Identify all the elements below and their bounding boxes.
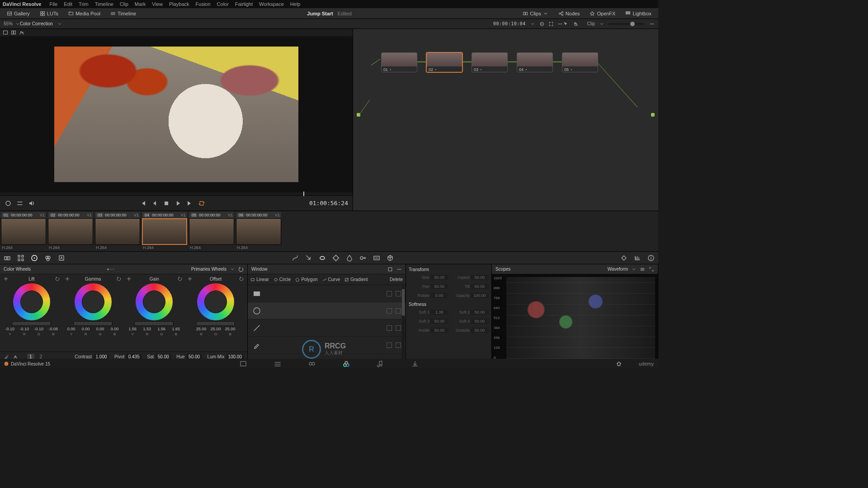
menu-playback[interactable]: Playback xyxy=(169,1,189,7)
gain-wheel[interactable] xyxy=(136,283,173,320)
loop-icon[interactable] xyxy=(198,200,205,207)
wb-picker-icon[interactable] xyxy=(188,277,192,281)
window-icon[interactable] xyxy=(319,254,326,262)
viewer-canvas[interactable] xyxy=(0,36,353,192)
scope-settings-icon[interactable] xyxy=(640,267,645,272)
deliver-page-icon[interactable] xyxy=(411,360,419,367)
node-01[interactable]: 01▪ xyxy=(381,52,417,72)
wheels-mode[interactable]: Primaries Wheels xyxy=(191,267,226,272)
offset-wheel[interactable] xyxy=(197,283,234,320)
timeline-button[interactable]: Timeline xyxy=(106,9,140,18)
mask-toggle[interactable] xyxy=(387,308,392,314)
clip-01[interactable]: 0100:00:00:00V1H.264 xyxy=(1,212,46,250)
param-value[interactable]: 50.00 xyxy=(430,284,448,289)
menu-file[interactable]: File xyxy=(49,1,57,7)
scope-mode[interactable]: Waveform xyxy=(608,267,628,272)
lift-wheel[interactable] xyxy=(13,283,50,320)
bypass-icon[interactable] xyxy=(539,21,545,27)
chevron-down-icon[interactable] xyxy=(530,22,535,26)
clip-02[interactable]: 0200:00:00:00V1H.264 xyxy=(48,212,93,250)
menu-fairlight[interactable]: Fairlight xyxy=(235,1,253,7)
menu-view[interactable]: View xyxy=(152,1,163,7)
shape-curve[interactable]: Curve xyxy=(322,277,340,282)
scope-view[interactable]: 10238967686405123842561280 xyxy=(492,274,658,361)
node-zoom-slider[interactable] xyxy=(609,23,645,25)
node-02[interactable]: 02▪ xyxy=(426,52,462,72)
first-frame-icon[interactable] xyxy=(139,200,146,207)
color-match-icon[interactable] xyxy=(17,254,24,262)
offset-values[interactable]: 25.0025.0025.00 xyxy=(195,327,236,331)
prev-frame-icon[interactable] xyxy=(151,200,158,207)
stop-icon[interactable] xyxy=(163,200,170,207)
camera-raw-icon[interactable] xyxy=(4,254,11,262)
options-icon[interactable] xyxy=(557,21,563,27)
param-value[interactable]: 50.00 xyxy=(430,328,448,333)
sizing-icon[interactable] xyxy=(373,254,380,262)
key-icon[interactable] xyxy=(359,254,367,262)
menu-help[interactable]: Help xyxy=(290,1,301,7)
luts-button[interactable]: LUTs xyxy=(36,9,62,18)
keyframes-icon[interactable] xyxy=(620,254,627,262)
param-value[interactable]: 50.00 xyxy=(430,275,448,280)
gamma-master[interactable] xyxy=(74,321,113,326)
image-wipe-icon[interactable] xyxy=(3,30,8,35)
viewer-mode[interactable]: Color Correction xyxy=(20,21,53,26)
invert-toggle[interactable] xyxy=(396,291,401,296)
window-row-curve[interactable] xyxy=(248,319,406,337)
scope-expand-icon[interactable] xyxy=(649,267,654,272)
node-05[interactable]: 05▪ xyxy=(562,52,598,72)
menu-edit[interactable]: Edit xyxy=(64,1,72,7)
nodes-button[interactable]: Nodes xyxy=(554,9,584,18)
reset-icon[interactable] xyxy=(55,277,60,281)
shape-circle[interactable]: Circle xyxy=(274,277,291,282)
invert-toggle[interactable] xyxy=(396,325,401,331)
pointer-icon[interactable] xyxy=(563,21,568,27)
param-value[interactable]: 50.00 xyxy=(471,328,489,333)
media-page-icon[interactable] xyxy=(240,360,247,367)
edit-page-icon[interactable] xyxy=(274,360,281,367)
shape-gradient[interactable]: Gradient xyxy=(344,277,368,282)
chevron-down-icon[interactable] xyxy=(632,267,636,272)
param-value[interactable]: 1.38 xyxy=(430,310,448,315)
chevron-down-icon[interactable] xyxy=(15,22,20,26)
clips-button[interactable]: Clips xyxy=(519,9,552,18)
wb-picker-icon[interactable] xyxy=(65,277,70,281)
menu-mark[interactable]: Mark xyxy=(135,1,146,7)
tracker-icon[interactable] xyxy=(332,254,340,262)
next-frame-icon[interactable] xyxy=(186,200,193,207)
node-03[interactable]: 03▪ xyxy=(472,52,508,72)
invert-toggle[interactable] xyxy=(396,308,401,314)
param-value[interactable]: 50.00 xyxy=(471,319,489,324)
clip-06[interactable]: 0600:00:00:00V1H.264 xyxy=(236,212,281,250)
window-row-circle[interactable] xyxy=(248,302,406,319)
chevron-down-icon[interactable] xyxy=(230,267,235,272)
chevron-down-icon[interactable] xyxy=(599,22,604,26)
fusion-page-icon[interactable] xyxy=(308,360,316,367)
info-icon[interactable] xyxy=(647,254,655,262)
unmute-icon[interactable] xyxy=(5,200,12,207)
lift-master[interactable] xyxy=(12,321,51,326)
loop-icon2[interactable] xyxy=(16,200,24,207)
clip-04[interactable]: 0400:00:00:00V1H.264 xyxy=(142,212,187,250)
offset-master[interactable] xyxy=(196,321,235,326)
mediapool-button[interactable]: Media Pool xyxy=(64,9,104,18)
home-icon[interactable] xyxy=(616,361,622,367)
param-value[interactable]: 50.00 xyxy=(430,319,448,324)
menu-timeline[interactable]: Timeline xyxy=(95,1,113,7)
menu-fusion[interactable]: Fusion xyxy=(196,1,211,7)
shape-linear[interactable]: Linear xyxy=(250,277,269,282)
chevron-down-icon[interactable] xyxy=(57,22,62,26)
curves-icon[interactable] xyxy=(292,254,299,262)
window-row-linear[interactable] xyxy=(248,285,406,302)
param-value[interactable]: 0.00 xyxy=(430,293,448,298)
color-wheels-icon[interactable] xyxy=(31,254,38,262)
volume-icon[interactable] xyxy=(28,200,35,207)
lightbox-button[interactable]: Lightbox xyxy=(621,9,656,18)
viewer-zoom[interactable]: 55% xyxy=(4,21,13,26)
presets-icon[interactable] xyxy=(387,267,393,272)
fairlight-page-icon[interactable] xyxy=(377,360,384,367)
invert-toggle[interactable] xyxy=(396,343,401,348)
menu-workspace[interactable]: Workspace xyxy=(259,1,284,7)
clip-03[interactable]: 0300:00:00:00V1H.264 xyxy=(95,212,140,250)
options-icon[interactable] xyxy=(649,21,655,27)
